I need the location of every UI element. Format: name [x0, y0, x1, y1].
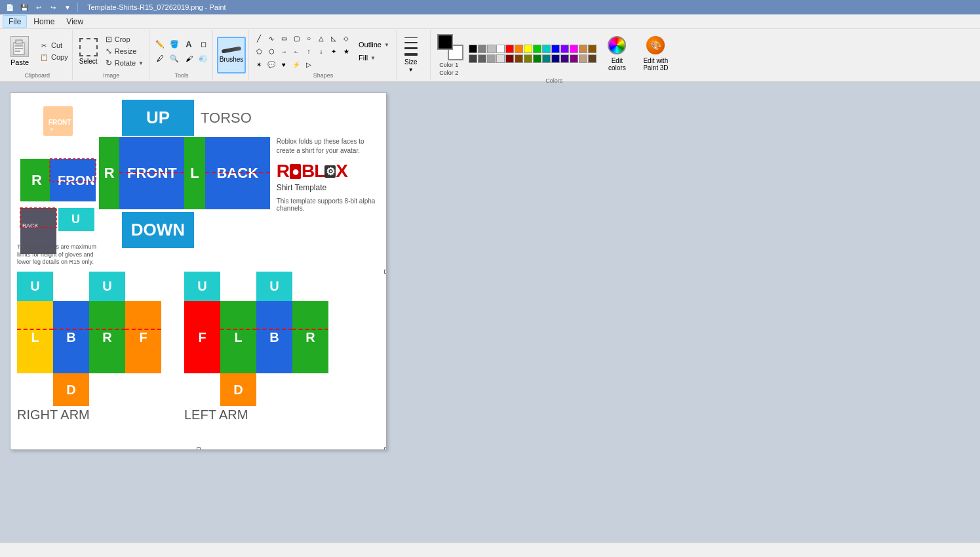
paint-canvas[interactable]: FRONT F R FRONT [10, 93, 387, 450]
color-2-label: Color 2 [435, 70, 463, 76]
swatch-lightgray[interactable] [496, 54, 505, 63]
fill-tool[interactable]: 🪣 [168, 37, 181, 51]
shape-diamond[interactable]: ◇ [340, 32, 352, 44]
shape-triangle[interactable]: △ [315, 32, 327, 44]
info-text-2: This template supports 8-bit alpha chann… [277, 197, 380, 212]
shape-oval[interactable]: ○ [303, 32, 315, 44]
shape-line[interactable]: ╱ [253, 32, 265, 44]
shape-rect[interactable]: ▭ [278, 32, 290, 44]
swatch-maroon[interactable] [505, 54, 514, 63]
undo-button[interactable]: ↩ [33, 1, 45, 13]
text-tool[interactable]: A [182, 37, 195, 51]
swatch-brown2[interactable] [515, 54, 523, 63]
crop-button[interactable]: ⊡ Crop [103, 34, 146, 45]
menu-view[interactable]: View [61, 16, 88, 28]
swatch-darkgray2[interactable] [478, 54, 486, 63]
shapes-row-1: ╱ ∿ ▭ ▢ ○ △ ◺ ◇ [253, 32, 352, 44]
resize-handle-bottom-mid[interactable] [197, 447, 201, 450]
swatch-yellow[interactable] [524, 45, 532, 53]
swatch-teal[interactable] [542, 54, 551, 63]
swatch-blue[interactable] [551, 45, 560, 53]
select-button[interactable]: Select [77, 35, 100, 68]
redo-button[interactable]: ↪ [47, 1, 59, 13]
resize-handle-bottom-right[interactable] [384, 447, 387, 450]
shape-hex[interactable]: ⬡ [265, 45, 277, 57]
menu-home[interactable]: Home [28, 16, 60, 28]
magnify-tool[interactable]: 🔍 [168, 52, 181, 65]
size-line-4 [404, 53, 418, 56]
shape-arrow-r[interactable]: → [278, 45, 290, 57]
swatch-midgray[interactable] [487, 54, 496, 63]
swatch-red[interactable] [505, 45, 514, 53]
color-swatches [469, 45, 597, 63]
shape-arrow-d[interactable]: ↓ [315, 45, 327, 57]
swatch-indigo[interactable] [560, 54, 569, 63]
right-arm-f: F [125, 301, 161, 373]
left-arm-b: B [256, 301, 292, 373]
shape-arrow-l[interactable]: ← [290, 45, 302, 57]
shape-curve[interactable]: ∿ [265, 32, 277, 44]
pencil-tool[interactable]: ✏️ [153, 37, 167, 51]
rr-dashed [89, 301, 125, 330]
edit-colors-button[interactable]: Edit colors [599, 33, 635, 74]
swatch-darkbrown[interactable] [588, 45, 597, 53]
shape-star6[interactable]: ✶ [253, 58, 265, 70]
swatch-magenta[interactable] [570, 45, 578, 53]
outline-button[interactable]: Outline ▼ [356, 39, 392, 50]
new-file-button[interactable]: 📄 [4, 1, 16, 13]
eraser-tool[interactable]: ◻ [197, 37, 210, 51]
rf-dashed [125, 301, 161, 330]
rb-dashed [53, 301, 89, 330]
color-1-box[interactable] [437, 34, 453, 50]
edit-paint3d-button[interactable]: 🎨 Edit with Paint 3D [638, 33, 674, 74]
swatch-silver[interactable] [487, 45, 496, 53]
menu-file[interactable]: File [3, 15, 27, 28]
brushes-button[interactable]: Brushes [217, 37, 246, 73]
shape-star5[interactable]: ★ [340, 45, 352, 57]
copy-label: Copy [51, 53, 68, 61]
swatch-gray[interactable] [478, 45, 486, 53]
shape-callout[interactable]: 💬 [265, 58, 277, 70]
save-button[interactable]: 💾 [18, 1, 30, 13]
right-arm-l: L [17, 301, 53, 373]
swatch-darktanbrown[interactable] [588, 54, 597, 63]
shape-star4[interactable]: ✦ [328, 45, 340, 57]
size-line-1 [404, 37, 418, 38]
spray-tool[interactable]: 💨 [197, 52, 210, 65]
color-picker-tool[interactable]: 🖊 [153, 52, 167, 65]
swatch-darkgreen[interactable] [533, 54, 541, 63]
shape-roundrect[interactable]: ▢ [290, 32, 302, 44]
swatch-green[interactable] [533, 45, 541, 53]
rotate-button[interactable]: ↻ Rotate ▼ [103, 58, 146, 68]
swatch-white[interactable] [496, 45, 505, 53]
shape-lightning[interactable]: ⚡ [290, 58, 302, 70]
resize-button[interactable]: ⤡ Resize [103, 46, 146, 56]
resize-handle-right-mid[interactable] [384, 270, 387, 274]
shape-heart[interactable]: ♥ [278, 58, 290, 70]
shapes-group: ╱ ∿ ▭ ▢ ○ △ ◺ ◇ ⬠ ⬡ → [250, 30, 397, 80]
swatch-cyan[interactable] [542, 45, 551, 53]
swatch-brown[interactable] [579, 45, 587, 53]
shape-rtriangle[interactable]: ◺ [328, 32, 340, 44]
right-arm-u2: U [89, 272, 125, 301]
swatch-orange[interactable] [515, 45, 523, 53]
swatch-purple[interactable] [560, 45, 569, 53]
swatch-darkmagenta[interactable] [570, 54, 578, 63]
swatch-navy[interactable] [551, 54, 560, 63]
torso-back-cell: BACK [205, 137, 270, 209]
paste-button[interactable]: Paste [5, 35, 34, 68]
swatch-black[interactable] [469, 45, 477, 53]
swatch-olive[interactable] [524, 54, 532, 63]
cut-button[interactable]: ✂ Cut [38, 40, 69, 51]
copy-button[interactable]: 📋 Copy [38, 52, 69, 62]
size-button[interactable]: Size ▼ [401, 35, 421, 75]
fill-button[interactable]: Fill ▼ [356, 52, 392, 63]
shape-arrow-u[interactable]: ↑ [303, 45, 315, 57]
quick-access-dropdown[interactable]: ▼ [62, 1, 73, 13]
swatch-darkgray1[interactable] [469, 54, 477, 63]
shape-more[interactable]: ▷ [303, 58, 315, 70]
torso-front-cell: FRONT [119, 137, 184, 209]
shape-pent[interactable]: ⬠ [253, 45, 265, 57]
brush-tool2[interactable]: 🖌 [182, 52, 195, 65]
swatch-tan[interactable] [579, 54, 587, 63]
